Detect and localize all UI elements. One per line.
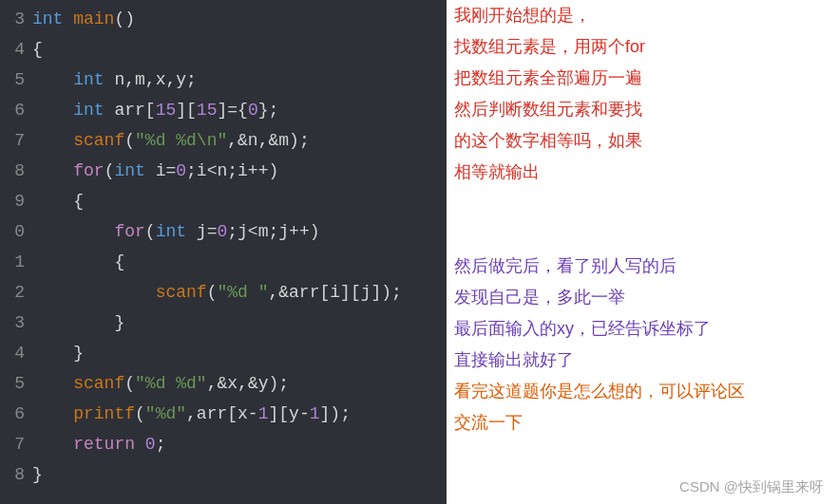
- line-number: 6: [0, 95, 25, 125]
- note-line: 直接输出就好了: [454, 345, 833, 376]
- code-line: return 0;: [32, 429, 402, 459]
- line-number: 6: [0, 399, 25, 429]
- line-number: 2: [0, 277, 25, 308]
- line-number: 4: [0, 34, 25, 65]
- line-number: 8: [0, 459, 25, 490]
- note-group-comment: 看完这道题你是怎么想的，可以评论区交流一下: [454, 376, 833, 439]
- note-line: 交流一下: [454, 407, 833, 439]
- note-line: 然后做完后，看了别人写的后: [454, 251, 833, 282]
- line-number: 5: [0, 368, 25, 399]
- note-group-revised: 然后做完后，看了别人写的后发现自己是，多此一举最后面输入的xy，已经告诉坐标了直…: [454, 251, 833, 376]
- line-gutter: 3456789012345678: [0, 0, 30, 504]
- line-number: 7: [0, 125, 25, 156]
- note-line: 看完这道题你是怎么想的，可以评论区: [454, 376, 833, 407]
- code-line: }: [32, 459, 402, 490]
- code-line: int n,m,x,y;: [32, 65, 402, 95]
- note-line: 发现自己是，多此一举: [454, 282, 833, 313]
- code-line: int main(): [32, 4, 402, 34]
- annotation-panel: 我刚开始想的是，找数组元素是，用两个for把数组元素全部遍历一遍然后判断数组元素…: [447, 0, 837, 504]
- code-line: {: [32, 186, 402, 216]
- line-number: 3: [0, 308, 25, 338]
- code-line: {: [32, 34, 402, 65]
- line-number: 4: [0, 338, 25, 368]
- note-line: 找数组元素是，用两个for: [454, 31, 833, 63]
- code-content: int main(){ int n,m,x,y; int arr[15][15]…: [30, 0, 408, 504]
- line-number: 3: [0, 4, 25, 34]
- code-line: {: [32, 247, 402, 277]
- line-number: 0: [0, 216, 25, 247]
- code-line: for(int i=0;i<n;i++): [32, 156, 402, 186]
- line-number: 8: [0, 156, 25, 186]
- note-line: 相等就输出: [454, 157, 833, 188]
- code-line: printf("%d",arr[x-1][y-1]);: [32, 399, 402, 429]
- code-line: int arr[15][15]={0};: [32, 95, 402, 125]
- line-number: 5: [0, 65, 25, 95]
- line-number: 7: [0, 429, 25, 459]
- note-line: 的这个数字相等吗，如果: [454, 125, 833, 157]
- note-line: 我刚开始想的是，: [454, 0, 833, 31]
- code-line: }: [32, 308, 402, 338]
- code-line: scanf("%d ",&arr[i][j]);: [32, 277, 402, 308]
- note-line: 最后面输入的xy，已经告诉坐标了: [454, 313, 833, 345]
- code-line: }: [32, 338, 402, 368]
- line-number: 1: [0, 247, 25, 277]
- note-line: 然后判断数组元素和要找: [454, 94, 833, 125]
- code-line: for(int j=0;j<m;j++): [32, 216, 402, 247]
- code-line: scanf("%d %d",&x,&y);: [32, 368, 402, 399]
- note-line: 把数组元素全部遍历一遍: [454, 63, 833, 94]
- code-line: scanf("%d %d\n",&n,&m);: [32, 125, 402, 156]
- note-group-initial: 我刚开始想的是，找数组元素是，用两个for把数组元素全部遍历一遍然后判断数组元素…: [454, 0, 833, 188]
- code-editor: 3456789012345678 int main(){ int n,m,x,y…: [0, 0, 447, 504]
- line-number: 9: [0, 186, 25, 216]
